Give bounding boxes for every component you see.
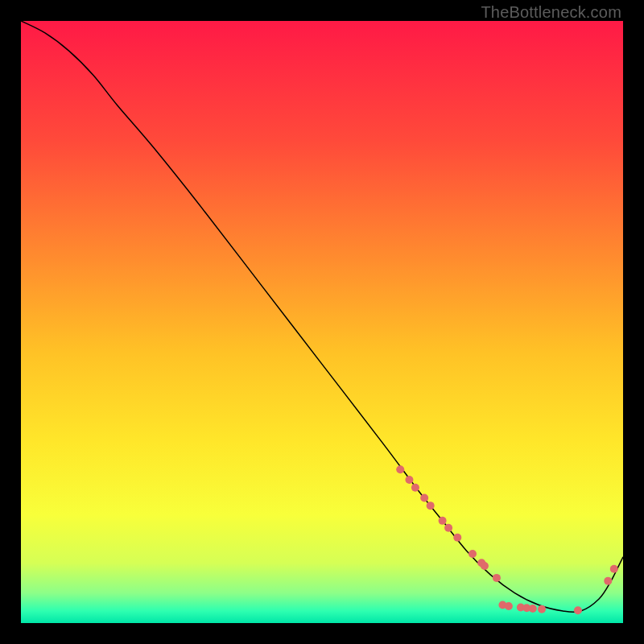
scatter-point bbox=[439, 517, 447, 525]
scatter-point bbox=[538, 605, 546, 613]
scatter-point bbox=[529, 605, 537, 613]
scatter-point bbox=[574, 606, 582, 614]
scatter-point bbox=[405, 476, 413, 484]
scatter-point bbox=[396, 465, 404, 473]
plot-area bbox=[21, 21, 623, 623]
scatter-point bbox=[604, 577, 612, 585]
scatter-point bbox=[453, 534, 461, 542]
scatter-point bbox=[505, 602, 513, 610]
scatter-point bbox=[444, 524, 452, 532]
scatter-point bbox=[493, 574, 501, 582]
watermark-text: TheBottleneck.com bbox=[481, 3, 621, 22]
scatter-point bbox=[610, 565, 618, 573]
chart-stage: TheBottleneck.com bbox=[0, 0, 644, 644]
scatter-point bbox=[427, 502, 435, 510]
gradient-background bbox=[21, 21, 623, 623]
scatter-point bbox=[420, 493, 428, 502]
scatter-point bbox=[411, 484, 419, 492]
bottleneck-chart bbox=[21, 21, 623, 623]
scatter-point bbox=[469, 550, 477, 558]
scatter-point bbox=[481, 562, 489, 570]
